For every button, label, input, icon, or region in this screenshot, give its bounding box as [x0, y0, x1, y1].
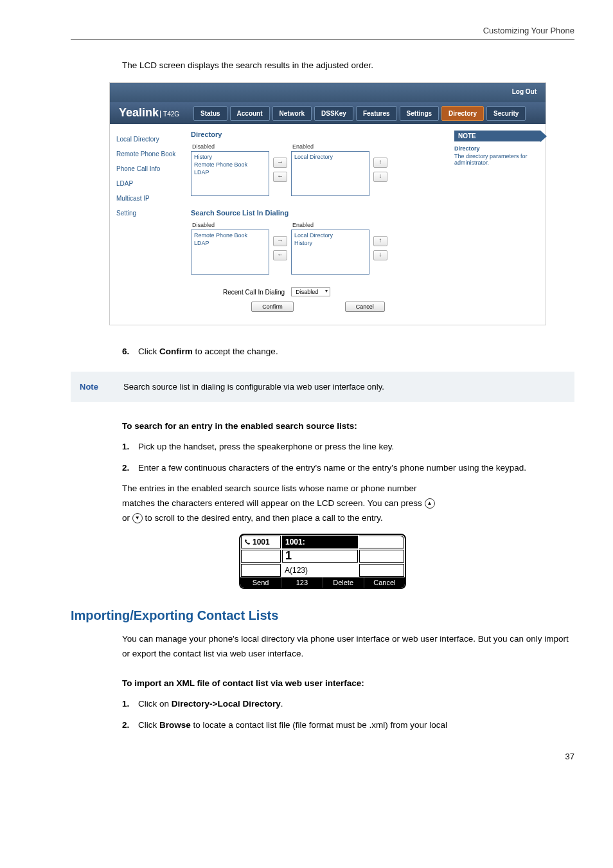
- softkey-cancel[interactable]: Cancel: [364, 577, 405, 588]
- sidebar-item-remote-phone-book[interactable]: Remote Phone Book: [115, 147, 182, 161]
- para-after-steps: The entries in the enabled search source…: [122, 482, 574, 526]
- sidebar: Local Directory Remote Phone Book Phone …: [110, 124, 187, 325]
- lcd-softkeys: Send 123 Delete Cancel: [240, 577, 405, 588]
- up-key-icon: ▲: [425, 498, 435, 509]
- intro-paragraph: The LCD screen displays the search resul…: [122, 59, 574, 72]
- move-left-button[interactable]: ←: [273, 172, 287, 182]
- list-item[interactable]: Local Directory: [293, 231, 368, 239]
- step-c1: 1. Click on Directory->Local Directory.: [122, 697, 574, 711]
- lcd-empty: [241, 550, 281, 563]
- list-item[interactable]: LDAP: [193, 168, 267, 176]
- enabled-label-2: Enabled: [291, 222, 369, 228]
- page-header: Customizing Your Phone: [71, 26, 574, 40]
- step-number: 6.: [122, 347, 129, 356]
- sidebar-item-setting[interactable]: Setting: [115, 206, 182, 221]
- webui-screenshot: Log Out YealinkT42G Status Account Netwo…: [109, 82, 546, 325]
- directory-list-pair: Disabled History Remote Phone Book LDAP …: [191, 143, 445, 196]
- recent-call-row: Recent Call In Dialing Disabled: [223, 287, 445, 296]
- subhead-search-entry: To search for an entry in the enabled se…: [122, 421, 574, 431]
- note-body: Search source list in dialing is configu…: [123, 382, 384, 392]
- step-number: 1.: [122, 442, 129, 451]
- tab-dsskey[interactable]: DSSKey: [314, 106, 353, 121]
- search-disabled-list[interactable]: Remote Phone Book LDAP: [191, 230, 269, 275]
- move-left-button-2[interactable]: ←: [273, 250, 287, 260]
- tab-directory[interactable]: Directory: [441, 106, 484, 121]
- lcd-screen: 1001 1001: 1 A(123) Send 123 Delete Canc…: [239, 534, 406, 589]
- move-right-button-2[interactable]: →: [273, 236, 287, 246]
- disabled-label-2: Disabled: [191, 222, 269, 228]
- down-key-icon: ▼: [132, 513, 143, 523]
- tab-status[interactable]: Status: [193, 106, 227, 121]
- logout-link[interactable]: Log Out: [512, 88, 537, 95]
- handset-icon: [244, 539, 251, 545]
- tab-settings[interactable]: Settings: [400, 106, 439, 121]
- note-label: Note: [80, 382, 112, 392]
- sidebar-item-phone-call-info[interactable]: Phone Call Info: [115, 161, 182, 176]
- step-b2: 2. Enter a few continuous characters of …: [122, 461, 574, 475]
- header-title: Customizing Your Phone: [483, 26, 574, 35]
- step-b1: 1. Pick up the handset, press the speake…: [122, 440, 574, 454]
- confirm-button[interactable]: Confirm: [251, 302, 294, 312]
- list-item[interactable]: LDAP: [193, 239, 267, 247]
- directory-enabled-list[interactable]: Local Directory: [291, 151, 369, 196]
- list-item[interactable]: Local Directory: [293, 153, 368, 161]
- tab-security[interactable]: Security: [486, 106, 526, 121]
- list-item[interactable]: History: [293, 239, 368, 247]
- softkey-send[interactable]: Send: [240, 577, 281, 588]
- directory-disabled-list[interactable]: History Remote Phone Book LDAP: [191, 151, 269, 196]
- note-column: NOTE Directory The directory parameters …: [449, 124, 546, 325]
- note-bar: Note Search source list in dialing is co…: [71, 372, 574, 402]
- move-down-button-2[interactable]: ↓: [373, 250, 387, 260]
- sidebar-item-multicast-ip[interactable]: Multicast IP: [115, 191, 182, 206]
- recent-call-label: Recent Call In Dialing: [223, 289, 285, 296]
- center-panel: Directory Disabled History Remote Phone …: [187, 124, 449, 325]
- step-c2: 2. Click Browse to locate a contact list…: [122, 718, 574, 732]
- sidebar-item-ldap[interactable]: LDAP: [115, 176, 182, 191]
- softkey-123[interactable]: 123: [281, 577, 323, 588]
- list-item[interactable]: History: [193, 153, 267, 161]
- search-enabled-list[interactable]: Local Directory History: [291, 230, 369, 275]
- section-heading: Importing/Exporting Contact Lists: [71, 608, 574, 623]
- section-search-source-title: Search Source List In Dialing: [191, 209, 445, 217]
- softkey-delete[interactable]: Delete: [323, 577, 364, 588]
- enabled-label: Enabled: [291, 143, 369, 150]
- lcd-digit: 1: [282, 550, 358, 563]
- page-number: 37: [71, 752, 574, 761]
- note-text: The directory parameters for administrat…: [454, 153, 540, 166]
- lcd-highlight: 1001:: [282, 536, 358, 548]
- move-down-button[interactable]: ↓: [373, 172, 387, 182]
- lcd-input-mode: A(123): [282, 564, 358, 577]
- webui-topbar: Log Out: [110, 83, 546, 102]
- recent-call-select[interactable]: Disabled: [291, 287, 330, 296]
- disabled-label: Disabled: [191, 143, 269, 150]
- lcd-empty: [241, 564, 281, 577]
- step-6: 6. Click Confirm to accept the change.: [122, 345, 574, 359]
- step-number: 1.: [122, 699, 129, 709]
- subhead-import-xml: To import an XML file of contact list vi…: [122, 678, 574, 688]
- lcd-line-indicator: 1001: [241, 536, 281, 548]
- lcd-empty: [359, 564, 404, 577]
- move-up-button[interactable]: ↑: [373, 158, 387, 168]
- tab-account[interactable]: Account: [230, 106, 270, 121]
- tab-features[interactable]: Features: [356, 106, 397, 121]
- move-right-button[interactable]: →: [273, 158, 287, 168]
- note-header: NOTE: [454, 131, 540, 141]
- lcd-empty: [359, 550, 404, 563]
- step-text: Pick up the handset, press the speakerph…: [138, 442, 394, 451]
- section-directory-title: Directory: [191, 131, 445, 138]
- sidebar-item-local-directory[interactable]: Local Directory: [115, 132, 182, 147]
- step-number: 2.: [122, 463, 129, 473]
- list-item[interactable]: Remote Phone Book: [193, 161, 267, 168]
- search-source-list-pair: Disabled Remote Phone Book LDAP → ← Enab…: [191, 222, 445, 275]
- section-body: You can manage your phone's local direct…: [122, 632, 574, 662]
- brand-logo: YealinkT42G: [119, 106, 179, 120]
- cancel-button[interactable]: Cancel: [345, 302, 385, 312]
- note-title: Directory: [454, 145, 540, 152]
- list-item[interactable]: Remote Phone Book: [193, 231, 267, 239]
- step-text: Enter a few continuous characters of the…: [138, 463, 526, 473]
- move-up-button-2[interactable]: ↑: [373, 236, 387, 246]
- lcd-empty: [359, 536, 404, 548]
- step-number: 2.: [122, 720, 129, 730]
- tab-network[interactable]: Network: [272, 106, 312, 121]
